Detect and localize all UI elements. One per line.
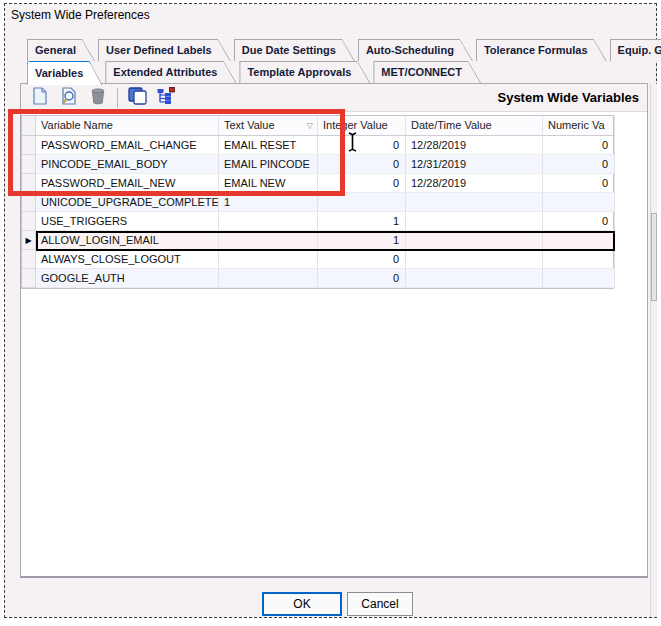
cell-variable-name[interactable]: PASSWORD_EMAIL_CHANGE — [36, 136, 219, 155]
row-selector[interactable] — [22, 193, 36, 212]
ok-button[interactable]: OK — [262, 592, 342, 616]
vertical-scrollbar[interactable] — [650, 84, 657, 617]
cell-numeric-value[interactable]: 0 — [543, 155, 615, 174]
new-record-button[interactable] — [30, 88, 50, 108]
row-selector[interactable] — [22, 155, 36, 174]
tab-variables-active[interactable]: Variables — [27, 61, 102, 85]
cell-variable-name[interactable]: UNICODE_UPGRADE_COMPLETE — [36, 193, 219, 212]
row-selector[interactable] — [22, 174, 36, 193]
cell-numeric-value[interactable] — [543, 193, 615, 212]
variables-tab-page: System Wide Variables Variable Name Text… — [20, 83, 648, 578]
dialog-title: System Wide Preferences — [11, 8, 150, 22]
tab-row-1: General User Defined Labels Due Date Set… — [27, 39, 661, 61]
variables-grid: Variable Name Text Value▽ Integer Value … — [21, 115, 614, 289]
column-header-label: Text Value — [224, 116, 275, 135]
cell-integer-value[interactable]: 0 — [318, 250, 406, 269]
cell-datetime-value[interactable]: 12/28/2019 — [406, 136, 543, 155]
tab-label: Variables — [28, 62, 101, 85]
panel-title: System Wide Variables — [497, 90, 639, 105]
copy-record-button[interactable] — [127, 88, 147, 108]
cell-datetime-value[interactable]: 12/28/2019 — [406, 174, 543, 193]
cell-datetime-value[interactable] — [406, 231, 543, 250]
row-selector[interactable] — [22, 250, 36, 269]
tab-label: General — [28, 40, 94, 61]
cell-numeric-value[interactable] — [543, 269, 615, 288]
cell-datetime-value[interactable] — [406, 193, 543, 212]
table-row[interactable]: PINCODE_EMAIL_BODY EMAIL PINCODE 0 12/31… — [22, 155, 613, 174]
cell-integer-value[interactable]: 0 — [318, 269, 406, 288]
table-row[interactable]: USE_TRIGGERS 1 0 — [22, 212, 613, 231]
table-row[interactable]: ALWAYS_CLOSE_LOGOUT 0 — [22, 250, 613, 269]
tab-extended-attributes[interactable]: Extended Attributes — [105, 61, 236, 83]
cell-datetime-value[interactable] — [406, 250, 543, 269]
preview-record-button[interactable] — [59, 88, 79, 108]
cell-variable-name[interactable]: GOOGLE_AUTH — [36, 269, 219, 288]
column-header-numeric-value[interactable]: Numeric Va — [543, 116, 615, 136]
table-row[interactable]: UNICODE_UPGRADE_COMPLETE 1 — [22, 193, 613, 212]
tab-label: Tolerance Formulas — [477, 40, 606, 61]
scrollbar-thumb[interactable] — [651, 213, 657, 301]
cell-variable-name[interactable]: ALLOW_LOGIN_EMAIL — [36, 231, 219, 250]
cell-text-value[interactable]: 1 — [219, 193, 318, 212]
cell-integer-value[interactable]: 0 — [318, 174, 406, 193]
tab-row-2: Variables Extended Attributes Template A… — [27, 61, 481, 85]
table-row[interactable]: GOOGLE_AUTH 0 — [22, 269, 613, 288]
row-selector[interactable] — [22, 269, 36, 288]
cancel-button[interactable]: Cancel — [347, 592, 413, 616]
cell-text-value[interactable]: EMAIL NEW — [219, 174, 318, 193]
sort-descending-icon[interactable]: ▽ — [307, 116, 317, 135]
cell-text-value[interactable] — [219, 269, 318, 288]
tree-edit-icon — [157, 87, 176, 109]
cell-datetime-value[interactable] — [406, 269, 543, 288]
tree-edit-button[interactable] — [156, 88, 176, 108]
cell-text-value[interactable] — [219, 231, 318, 250]
tab-user-defined-labels[interactable]: User Defined Labels — [98, 39, 231, 61]
cell-integer-value[interactable]: 1 — [318, 231, 406, 250]
row-selector[interactable] — [22, 212, 36, 231]
cell-text-value[interactable]: EMAIL PINCODE — [219, 155, 318, 174]
tab-equip-groups[interactable]: Equip. Groups — [610, 39, 661, 61]
cell-variable-name[interactable]: USE_TRIGGERS — [36, 212, 219, 231]
preview-record-icon — [60, 87, 78, 109]
tab-label: User Defined Labels — [99, 40, 230, 61]
cell-numeric-value[interactable]: 0 — [543, 212, 615, 231]
column-header-integer-value[interactable]: Integer Value — [318, 116, 406, 136]
cell-variable-name[interactable]: PASSWORD_EMAIL_NEW — [36, 174, 219, 193]
tab-due-date-settings[interactable]: Due Date Settings — [234, 39, 355, 61]
tab-tolerance-formulas[interactable]: Tolerance Formulas — [476, 39, 607, 61]
cell-integer-value[interactable]: 0 — [318, 136, 406, 155]
cell-numeric-value[interactable]: 0 — [543, 136, 615, 155]
cell-integer-value[interactable]: 1 — [318, 212, 406, 231]
cell-numeric-value[interactable] — [543, 231, 615, 250]
row-selector[interactable] — [22, 136, 36, 155]
column-header-variable-name[interactable]: Variable Name — [36, 116, 219, 136]
cell-text-value[interactable]: EMAIL RESET — [219, 136, 318, 155]
cell-datetime-value[interactable]: 12/31/2019 — [406, 155, 543, 174]
cell-text-value[interactable] — [219, 250, 318, 269]
table-row[interactable]: PASSWORD_EMAIL_NEW EMAIL NEW 0 12/28/201… — [22, 174, 613, 193]
cell-text-value[interactable] — [219, 212, 318, 231]
tab-general[interactable]: General — [27, 39, 95, 61]
table-row-selected[interactable]: ▶ ALLOW_LOGIN_EMAIL 1 — [22, 231, 613, 250]
cell-numeric-value[interactable]: 0 — [543, 174, 615, 193]
tab-label: Extended Attributes — [106, 62, 235, 83]
cell-integer-value[interactable]: 0 — [318, 155, 406, 174]
tab-template-approvals[interactable]: Template Approvals — [239, 61, 370, 83]
cell-variable-name[interactable]: PINCODE_EMAIL_BODY — [36, 155, 219, 174]
tab-label: Due Date Settings — [235, 40, 354, 61]
table-row[interactable]: PASSWORD_EMAIL_CHANGE EMAIL RESET 0 12/2… — [22, 136, 613, 155]
row-selector-current[interactable]: ▶ — [22, 231, 36, 250]
cell-variable-name[interactable]: ALWAYS_CLOSE_LOGOUT — [36, 250, 219, 269]
delete-record-button[interactable] — [88, 88, 108, 108]
column-header-datetime-value[interactable]: Date/Time Value — [406, 116, 543, 136]
new-record-icon — [32, 87, 48, 109]
tab-label: Equip. Groups — [611, 40, 661, 61]
tab-label: Template Approvals — [240, 62, 369, 83]
cell-datetime-value[interactable] — [406, 212, 543, 231]
cell-integer-value[interactable] — [318, 193, 406, 212]
toolbar-separator — [117, 88, 118, 108]
column-header-text-value[interactable]: Text Value▽ — [219, 116, 318, 136]
cell-numeric-value[interactable] — [543, 250, 615, 269]
tab-met-connect[interactable]: MET/CONNECT — [373, 61, 481, 83]
tab-auto-scheduling[interactable]: Auto-Scheduling — [358, 39, 473, 61]
